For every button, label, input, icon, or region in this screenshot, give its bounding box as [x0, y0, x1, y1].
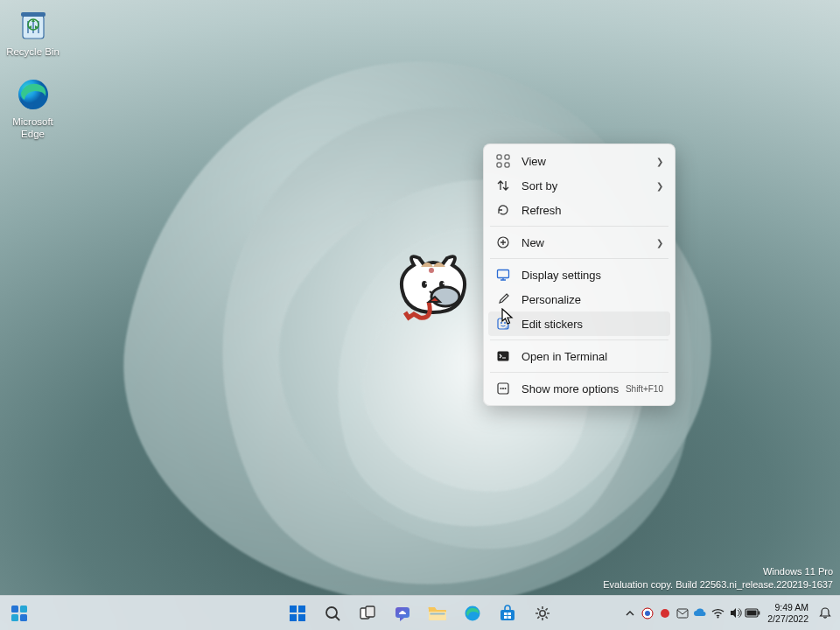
svg-point-6 — [422, 281, 427, 288]
svg-rect-1 — [21, 12, 46, 17]
menu-item-label: Sort by — [522, 179, 656, 192]
svg-rect-39 — [430, 612, 445, 614]
file-explorer-button[interactable] — [423, 598, 452, 628]
security-icon[interactable] — [640, 606, 655, 621]
svg-rect-28 — [20, 614, 27, 621]
wifi-icon[interactable] — [710, 606, 725, 621]
menu-item-show-more[interactable]: Show more options Shift+F10 — [488, 376, 670, 401]
chat-button[interactable] — [388, 598, 417, 628]
grid-icon — [495, 153, 511, 169]
menu-item-label: Display settings — [522, 269, 663, 282]
widgets-button[interactable] — [5, 599, 33, 627]
svg-point-23 — [502, 388, 504, 389]
svg-rect-31 — [290, 614, 297, 621]
svg-point-22 — [500, 388, 502, 389]
store-button[interactable] — [493, 598, 522, 628]
menu-item-display-settings[interactable]: Display settings — [488, 262, 670, 287]
settings-button[interactable] — [528, 598, 557, 628]
desktop-icon-label: Microsoft Edge — [0, 116, 66, 141]
notifications-button[interactable] — [816, 604, 835, 623]
chevron-right-icon: ❯ — [656, 181, 663, 191]
onedrive-icon[interactable] — [692, 606, 708, 621]
svg-rect-29 — [290, 606, 297, 612]
desktop-icon-recycle-bin[interactable]: Recycle Bin — [0, 5, 66, 58]
paintbrush-icon — [495, 291, 511, 307]
svg-rect-43 — [508, 612, 512, 615]
build-watermark: Windows 11 Pro Evaluation copy. Build 22… — [603, 565, 833, 592]
svg-rect-50 — [677, 609, 688, 618]
menu-separator — [490, 258, 668, 259]
svg-rect-16 — [498, 270, 509, 278]
svg-rect-32 — [298, 614, 305, 621]
svg-point-8 — [425, 283, 427, 284]
menu-item-label: Edit stickers — [522, 318, 663, 331]
svg-rect-35 — [366, 606, 374, 617]
menu-item-label: Refresh — [522, 204, 663, 217]
menu-item-label: View — [522, 155, 656, 168]
svg-point-19 — [504, 322, 506, 324]
svg-rect-25 — [11, 606, 18, 612]
menu-item-label: Open in Terminal — [522, 350, 663, 363]
menu-item-new[interactable]: New ❯ — [488, 230, 670, 255]
svg-point-46 — [540, 610, 545, 615]
taskbar: 9:49 AM 2/27/2022 — [0, 595, 840, 630]
volume-icon[interactable] — [727, 606, 743, 621]
start-button[interactable] — [283, 598, 312, 628]
edge-button[interactable] — [458, 598, 487, 628]
svg-point-48 — [645, 611, 650, 616]
svg-point-18 — [500, 322, 502, 324]
svg-rect-12 — [505, 155, 509, 159]
svg-rect-26 — [20, 606, 27, 612]
record-icon[interactable] — [657, 606, 673, 621]
mail-icon[interactable] — [675, 606, 690, 621]
system-tray: 9:49 AM 2/27/2022 — [622, 602, 835, 623]
svg-rect-13 — [497, 163, 501, 167]
tray-overflow-button[interactable] — [622, 606, 638, 621]
svg-rect-11 — [497, 155, 501, 159]
cat-sticker[interactable] — [389, 249, 477, 328]
svg-rect-27 — [11, 614, 18, 621]
monitor-icon — [495, 267, 511, 283]
watermark-line2: Evaluation copy. Build 22563.ni_release.… — [603, 578, 833, 592]
menu-item-shortcut: Shift+F10 — [626, 384, 663, 394]
menu-separator — [490, 372, 668, 373]
menu-item-sort-by[interactable]: Sort by ❯ — [488, 173, 670, 198]
menu-separator — [490, 340, 668, 340]
svg-rect-42 — [504, 612, 508, 615]
svg-point-33 — [326, 607, 337, 618]
svg-rect-45 — [508, 616, 512, 619]
search-button[interactable] — [318, 598, 347, 628]
sticker-icon — [495, 316, 511, 332]
menu-item-personalize[interactable]: Personalize — [488, 287, 670, 312]
battery-icon[interactable] — [745, 606, 760, 621]
svg-point-49 — [661, 609, 669, 618]
recycle-bin-icon — [14, 5, 52, 44]
desktop-context-menu: View ❯ Sort by ❯ Refresh New ❯ Display s… — [483, 144, 676, 406]
svg-point-24 — [505, 388, 507, 389]
menu-item-label: Show more options — [522, 382, 626, 396]
menu-item-view[interactable]: View ❯ — [488, 149, 670, 173]
edge-icon — [14, 75, 52, 114]
menu-item-edit-stickers[interactable]: Edit stickers — [488, 312, 670, 336]
svg-rect-54 — [759, 612, 760, 615]
taskbar-center — [283, 598, 557, 628]
taskbar-clock[interactable]: 9:49 AM 2/27/2022 — [762, 602, 814, 623]
terminal-icon — [495, 348, 511, 364]
desktop-icon-label: Recycle Bin — [0, 46, 66, 58]
menu-item-refresh[interactable]: Refresh — [488, 198, 670, 222]
svg-point-9 — [443, 283, 444, 284]
svg-point-51 — [717, 616, 718, 618]
sort-icon — [495, 178, 511, 193]
menu-item-label: Personalize — [522, 293, 663, 306]
menu-item-open-terminal[interactable]: Open in Terminal — [488, 344, 670, 368]
desktop-icon-edge[interactable]: Microsoft Edge — [0, 75, 66, 141]
more-options-icon — [495, 381, 511, 396]
plus-circle-icon — [495, 234, 511, 250]
svg-point-5 — [429, 268, 434, 273]
svg-rect-44 — [504, 616, 508, 619]
chevron-right-icon: ❯ — [656, 238, 663, 248]
svg-rect-41 — [500, 610, 514, 620]
task-view-button[interactable] — [353, 598, 382, 628]
clock-time: 9:49 AM — [767, 602, 808, 612]
menu-item-label: New — [522, 236, 656, 249]
